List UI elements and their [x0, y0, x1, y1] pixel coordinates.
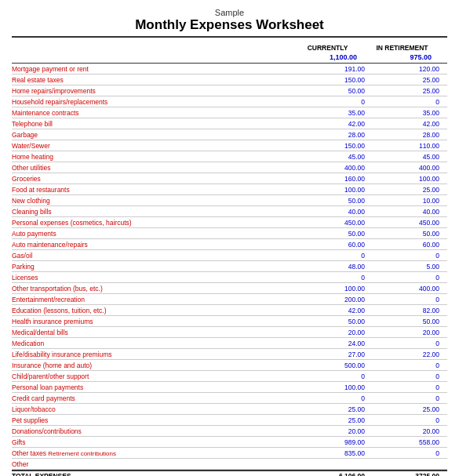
row-retirement-value: 50.00 — [373, 230, 447, 238]
row-label: Water/Sewer — [12, 142, 298, 150]
table-row: Auto payments50.0050.00 — [12, 228, 447, 239]
worksheet-title: Monthly Expenses Worksheet — [12, 17, 447, 33]
table-row: Life/disability insurance premiums27.002… — [12, 349, 447, 360]
row-retirement-value: 45.00 — [373, 153, 447, 161]
expense-rows: Mortgage payment or rent191.00120.00Real… — [12, 64, 447, 470]
table-row: Food at restaurants100.0025.00 — [12, 184, 447, 195]
table-row: Water/Sewer150.00110.00 — [12, 140, 447, 151]
row-currently-value: 42.00 — [298, 120, 373, 128]
row-retirement-value: 50.00 — [373, 318, 447, 325]
row-currently-value: 100.00 — [298, 383, 373, 391]
row-currently-value: 0 — [298, 394, 373, 402]
row-retirement-value: 5.00 — [373, 263, 447, 271]
row-retirement-value: 42.00 — [373, 120, 447, 128]
table-row: New clothing50.0010.00 — [12, 195, 447, 206]
row-currently-value: 191.00 — [298, 65, 373, 73]
row-retirement-value: 400.00 — [373, 285, 447, 293]
row-label: Home heating — [12, 153, 298, 161]
row-label: Real estate taxes — [12, 76, 298, 84]
row-label: Medication — [12, 340, 298, 347]
row-currently-value: 0 — [298, 98, 373, 106]
row-currently-value: 60.00 — [298, 241, 373, 249]
row-retirement-value: 0 — [373, 362, 447, 369]
table-row: Other — [12, 459, 447, 470]
row-retirement-value: 450.00 — [373, 219, 447, 227]
table-row: Real estate taxes150.0025.00 — [12, 74, 447, 85]
currently-header: CURRENTLY — [290, 44, 365, 52]
row-label: Health insurance premiums — [12, 318, 298, 325]
row-currently-value: 42.00 — [298, 307, 373, 314]
row-currently-value: 25.00 — [298, 416, 373, 424]
top-retirement-value: 975.00 — [365, 53, 439, 61]
row-label: Parking — [12, 263, 298, 271]
table-row: Medical/dental bills20.0020.00 — [12, 327, 447, 338]
row-currently-value: 20.00 — [298, 427, 373, 435]
table-row: Gifts989.00558.00 — [12, 437, 447, 448]
row-currently-value: 20.00 — [298, 329, 373, 336]
row-label: Other — [12, 460, 298, 468]
row-label: Food at restaurants — [12, 186, 298, 194]
table-row: Garbage28.0028.00 — [12, 129, 447, 140]
table-row: Licenses00 — [12, 272, 447, 283]
row-label: Liquor/tobacco — [12, 405, 298, 413]
row-label: Other transportation (bus, etc.) — [12, 285, 298, 293]
row-retirement-value: 100.00 — [373, 175, 447, 183]
row-label: Insurance (home and auto) — [12, 362, 298, 369]
table-row: Pet supplies25.000 — [12, 415, 447, 426]
row-retirement-value: 22.00 — [373, 351, 447, 358]
table-row: Parking48.005.00 — [12, 261, 447, 272]
row-currently-value: 0 — [298, 372, 373, 380]
row-retirement-value: 0 — [373, 98, 447, 106]
table-row: Other utilities400.00400.00 — [12, 162, 447, 173]
row-retirement-value: 20.00 — [373, 329, 447, 336]
row-retirement-value: 0 — [373, 416, 447, 424]
table-row: Maintenance contracts35.0035.00 — [12, 107, 447, 118]
row-retirement-value: 40.00 — [373, 208, 447, 216]
row-currently-value: 45.00 — [298, 153, 373, 161]
row-label: Auto payments — [12, 230, 298, 238]
row-currently-value: 835.00 — [298, 449, 373, 457]
row-label: Gas/oil — [12, 252, 298, 260]
row-currently-value: 200.00 — [298, 296, 373, 303]
row-label: Licenses — [12, 274, 298, 282]
column-headers: CURRENTLY IN RETIREMENT — [12, 44, 447, 52]
row-retirement-value: 35.00 — [373, 109, 447, 117]
row-label: Personal loan payments — [12, 383, 298, 391]
row-currently-value: 0 — [298, 252, 373, 260]
row-label: Telephone bill — [12, 120, 298, 128]
row-currently-value: 50.00 — [298, 318, 373, 325]
row-retirement-value: 0 — [373, 340, 447, 347]
table-row: Donations/contributions20.0020.00 — [12, 426, 447, 437]
row-retirement-value: 25.00 — [373, 186, 447, 194]
table-row: Insurance (home and auto)500.000 — [12, 360, 447, 371]
table-row: Credit card payments00 — [12, 393, 447, 404]
table-row: Personal expenses (cosmetics, haircuts)4… — [12, 217, 447, 228]
row-retirement-value: 82.00 — [373, 307, 447, 314]
worksheet-header: Sample Monthly Expenses Worksheet — [12, 8, 447, 38]
row-label: Auto maintenance/repairs — [12, 241, 298, 249]
total-label: TOTAL EXPENSES — [12, 472, 298, 476]
row-retirement-value: 120.00 — [373, 65, 447, 73]
row-label: Other utilities — [12, 164, 298, 172]
row-retirement-value: 0 — [373, 252, 447, 260]
row-currently-value: 24.00 — [298, 340, 373, 347]
table-row: Liquor/tobacco25.0025.00 — [12, 404, 447, 415]
row-currently-value: 450.00 — [298, 219, 373, 227]
table-row: Child/parent/other support00 — [12, 371, 447, 382]
row-retirement-value: 10.00 — [373, 197, 447, 205]
row-label: Gifts — [12, 438, 298, 446]
table-row: Auto maintenance/repairs60.0060.00 — [12, 239, 447, 250]
row-label: Maintenance contracts — [12, 109, 298, 117]
row-label: Child/parent/other support — [12, 372, 298, 380]
row-retirement-value: 0 — [373, 449, 447, 457]
table-row: Other taxes Retirement contributions835.… — [12, 448, 447, 459]
row-label: Other taxes Retirement contributions — [12, 449, 298, 457]
page: Sample Monthly Expenses Worksheet CURREN… — [0, 0, 459, 476]
row-currently-value: 100.00 — [298, 186, 373, 194]
row-currently-value: 48.00 — [298, 263, 373, 271]
sample-label: Sample — [12, 8, 447, 17]
table-row: Home repairs/improvements50.0025.00 — [12, 85, 447, 96]
row-retirement-value: 400.00 — [373, 164, 447, 172]
total-currently: 6,106.00 — [298, 472, 373, 476]
row-currently-value: 100.00 — [298, 285, 373, 293]
